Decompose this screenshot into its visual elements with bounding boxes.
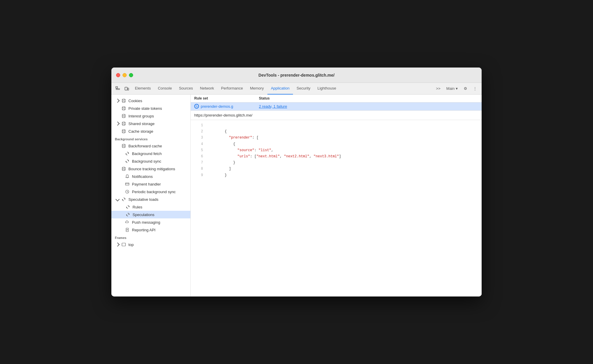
table-header: Rule set Status [191,95,482,102]
sidebar-item-speculations[interactable]: Speculations [111,211,190,218]
sync-icon [125,205,130,209]
sidebar-item-label: Cache storage [128,129,153,134]
devtools-tab-bar: Elements Console Sources Network Perform… [111,83,482,95]
sidebar-item-label: Speculative loads [128,197,158,202]
sidebar-item-cookies[interactable]: Cookies [111,97,190,105]
frame-icon [121,242,126,247]
sidebar-item-label: Cookies [128,99,142,103]
card-icon [125,182,130,186]
svg-rect-42 [122,243,125,246]
sidebar-item-label: Interest groups [128,114,154,118]
more-options-icon[interactable]: ⋮ [471,85,479,92]
sidebar-item-label: Speculations [133,213,154,217]
svg-rect-33 [125,183,129,185]
sidebar-item-backforward-cache[interactable]: Back/forward cache [111,142,190,150]
status-cell[interactable]: 2 ready, 1 failure [259,104,287,109]
svg-point-29 [122,167,125,168]
sidebar-item-private-state-tokens[interactable]: Private state tokens [111,105,190,112]
tab-lighthouse[interactable]: Lighthouse [314,83,340,95]
sidebar-item-label: Notifications [132,174,153,179]
code-line: 1 [191,122,482,129]
cloud-icon [125,220,130,225]
sidebar-item-label: Background fetch [132,151,162,156]
svg-point-12 [122,109,125,110]
tab-security[interactable]: Security [293,83,314,95]
bell-icon [125,174,130,179]
maximize-button[interactable] [129,73,133,77]
clock-icon [125,189,130,194]
sidebar-item-rules[interactable]: Rules [111,203,190,211]
svg-point-28 [122,146,125,148]
sidebar-item-label: Shared storage [128,122,155,126]
column-header-ruleset: Rule set [194,96,259,100]
svg-point-5 [122,99,125,100]
sidebar-item-shared-storage[interactable]: Shared storage [111,120,190,127]
code-line: 2 { [191,129,482,135]
sidebar-item-cache-storage[interactable]: Cache storage [111,127,190,135]
tab-application[interactable]: Application [267,83,293,95]
settings-icon[interactable]: ⚙ [461,85,470,92]
inspect-element-icon[interactable] [114,85,122,93]
code-line: 3 "prerender": [ [191,135,482,141]
sidebar-item-background-fetch[interactable]: Background fetch [111,150,190,157]
sync-icon [121,197,126,202]
sync-icon [125,151,130,156]
cylinder-icon [121,166,126,171]
svg-point-8 [122,101,125,102]
sidebar-item-bounce-tracking[interactable]: Bounce tracking mitigations [111,165,190,173]
prerender-icon [194,104,199,109]
sidebar-item-background-sync[interactable]: Background sync [111,157,190,165]
titlebar: DevTools - prerender-demos.glitch.me/ [111,68,482,83]
tab-performance[interactable]: Performance [217,83,246,95]
svg-point-24 [122,132,125,133]
minimize-button[interactable] [123,73,127,77]
svg-point-32 [122,169,125,171]
sidebar-item-top[interactable]: top [111,241,190,248]
device-toggle-icon[interactable] [123,85,131,93]
sidebar-item-reporting-api[interactable]: Reporting API [111,226,190,234]
chevron-right-icon [115,99,120,103]
code-line: 4 { [191,141,482,147]
tab-sources[interactable]: Sources [175,83,197,95]
doc-icon [125,227,130,232]
svg-point-9 [122,107,125,108]
sidebar: Cookies Private state tokens [111,95,191,296]
code-line: 7 } [191,160,482,166]
sidebar-item-push-messaging[interactable]: Push messaging [111,218,190,226]
window-title: DevTools - prerender-demos.glitch.me/ [259,73,335,77]
sidebar-item-periodic-background-sync[interactable]: Periodic background sync [111,188,190,196]
main-menu-button[interactable]: Main ▾ [444,85,460,92]
background-services-header: Background services [111,135,190,142]
tab-right-controls: >> Main ▾ ⚙ ⋮ [434,85,479,92]
svg-point-25 [122,144,125,145]
tab-network[interactable]: Network [197,83,218,95]
chevron-down-icon: ▾ [456,86,458,91]
code-line: 6 "urls": ["next.html", "next2.html", "n… [191,154,482,160]
sidebar-item-notifications[interactable]: Notifications [111,173,190,180]
tab-elements[interactable]: Elements [131,83,154,95]
sidebar-item-label: Payment handler [132,182,161,186]
overflow-tabs-button[interactable]: >> [434,85,443,92]
sidebar-item-label: Reporting API [132,228,155,232]
chevron-right-icon [115,122,120,126]
sidebar-item-label: Background sync [132,159,161,164]
chevron-down-icon [115,197,120,201]
devtools-body: Cookies Private state tokens [111,95,482,296]
svg-point-13 [122,114,125,115]
sidebar-item-label: top [128,242,134,247]
svg-line-37 [127,192,128,192]
cylinder-icon [121,121,126,126]
tab-console[interactable]: Console [154,83,175,95]
sidebar-item-payment-handler[interactable]: Payment handler [111,180,190,188]
cylinder-icon [121,144,126,148]
cylinder-icon [121,106,126,111]
sidebar-item-interest-groups[interactable]: Interest groups [111,112,190,120]
sidebar-item-speculative-loads[interactable]: Speculative loads [111,196,190,203]
table-row[interactable]: prerender-demos.g 2 ready, 1 failure [191,102,482,110]
traffic-lights [116,73,133,77]
svg-rect-0 [116,87,118,88]
code-line: 9 } [191,172,482,178]
tab-memory[interactable]: Memory [247,83,267,95]
close-button[interactable] [116,73,120,77]
cylinder-icon [121,129,126,134]
